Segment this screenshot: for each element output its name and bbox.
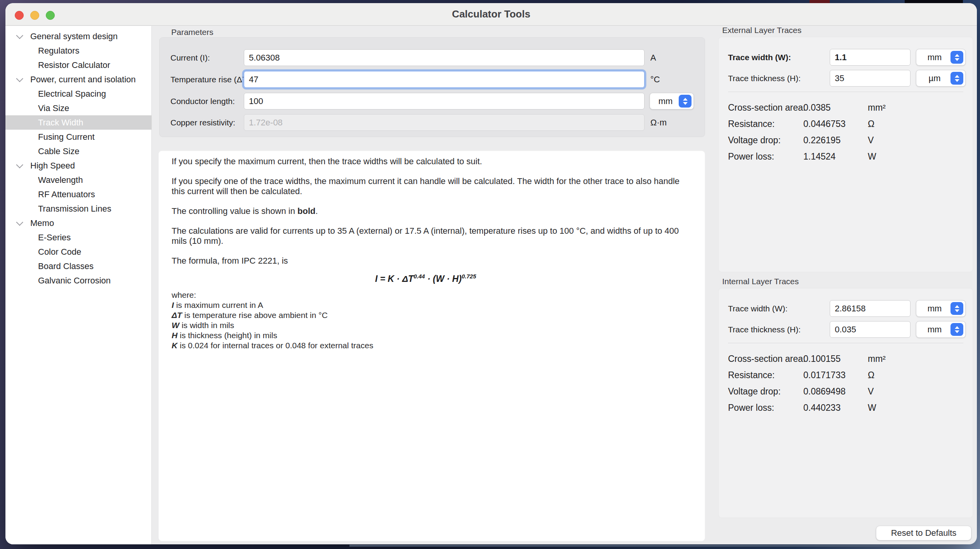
- window-controls: [15, 11, 55, 20]
- sidebar-item-regulators[interactable]: Regulators: [5, 43, 151, 58]
- int-trace-thickness-label: Trace thickness (H):: [728, 321, 801, 338]
- help-paragraph: The calculations are valid for currents …: [172, 226, 688, 246]
- temperature-rise-input[interactable]: [244, 71, 645, 88]
- sidebar-item-label: Wavelength: [38, 175, 83, 185]
- copper-resistivity-input: [244, 114, 645, 131]
- window-title: Calculator Tools: [452, 8, 530, 20]
- conductor-length-label: Conductor length:: [170, 93, 235, 109]
- ext-trace-width-unit-dropdown[interactable]: mm: [916, 49, 966, 66]
- sidebar-item-memo[interactable]: Memo: [5, 216, 151, 230]
- dropdown-stepper-icon: [950, 302, 963, 315]
- ext-trace-width-label: Trace width (W):: [728, 49, 791, 66]
- dropdown-stepper-icon: [950, 323, 963, 336]
- conductor-length-input[interactable]: [244, 93, 645, 109]
- internal-traces-panel: Trace width (W): mm Trace thickness (H):…: [718, 288, 973, 518]
- sidebar-item-wavelength[interactable]: Wavelength: [5, 173, 151, 187]
- ext-trace-width-input[interactable]: [830, 49, 910, 66]
- current-unit: A: [650, 49, 656, 66]
- zoom-window-button[interactable]: [46, 11, 55, 20]
- sidebar-item-power-current-and-isolation[interactable]: Power, current and isolation: [5, 72, 151, 87]
- sidebar-item-label: General system design: [30, 31, 118, 42]
- sidebar-item-label: Cable Size: [38, 146, 79, 156]
- sidebar-item-label: Track Width: [38, 118, 83, 128]
- sidebar-item-label: Electrical Spacing: [38, 89, 106, 99]
- sidebar-item-label: Resistor Calculator: [38, 60, 110, 70]
- parameters-panel: Current (I): A Temperature rise (ΔT): °C…: [159, 37, 705, 137]
- int-trace-width-unit-dropdown[interactable]: mm: [916, 300, 966, 317]
- int-trace-thickness-unit-dropdown[interactable]: mm: [916, 321, 966, 338]
- sidebar-item-cable-size[interactable]: Cable Size: [5, 144, 151, 158]
- desktop-accent: [349, 545, 980, 547]
- temperature-rise-label: Temperature rise (ΔT):: [170, 71, 252, 88]
- parameters-group-label: Parameters: [171, 28, 214, 37]
- sidebar-item-high-speed[interactable]: High Speed: [5, 158, 151, 173]
- sidebar-item-track-width[interactable]: Track Width: [5, 115, 151, 130]
- sidebar-item-via-size[interactable]: Via Size: [5, 101, 151, 115]
- sidebar-item-label: Via Size: [38, 103, 69, 113]
- dropdown-stepper-icon: [679, 95, 692, 108]
- sidebar-item-general-system-design[interactable]: General system design: [5, 29, 151, 43]
- close-window-button[interactable]: [15, 11, 24, 20]
- sidebar-item-label: Fusing Current: [38, 132, 95, 142]
- dropdown-stepper-icon: [950, 72, 963, 85]
- chevron-down-icon[interactable]: [16, 34, 30, 39]
- sidebar-item-label: E-Series: [38, 233, 71, 243]
- help-paragraph: If you specify the maximum current, then…: [172, 156, 688, 167]
- calculator-tree-sidebar: General system designRegulatorsResistor …: [5, 26, 152, 544]
- sidebar-item-transmission-lines[interactable]: Transmission Lines: [5, 202, 151, 216]
- ipc2221-formula: I = K · ΔT0.44 · (W · H)0.725: [375, 271, 688, 284]
- help-text-panel: If you specify the maximum current, then…: [158, 151, 705, 541]
- temperature-rise-unit: °C: [650, 71, 660, 88]
- int-result-row: Power loss:0.440233W: [719, 403, 973, 414]
- ext-trace-thickness-label: Trace thickness (H):: [728, 70, 801, 87]
- sidebar-item-rf-attenuators[interactable]: RF Attenuators: [5, 187, 151, 202]
- sidebar-item-board-classes[interactable]: Board Classes: [5, 259, 151, 273]
- sidebar-item-label: Color Code: [38, 247, 81, 257]
- reset-to-defaults-button[interactable]: Reset to Defaults: [876, 526, 971, 540]
- dropdown-stepper-icon: [950, 51, 963, 64]
- copper-resistivity-unit: Ω·m: [650, 114, 667, 131]
- minimize-window-button[interactable]: [30, 11, 39, 20]
- ext-result-row: Voltage drop:0.226195V: [719, 135, 973, 147]
- sidebar-item-label: Power, current and isolation: [30, 75, 136, 85]
- help-paragraph: The formula, from IPC 2221, is: [172, 256, 688, 266]
- int-trace-width-label: Trace width (W):: [728, 300, 787, 317]
- chevron-down-icon[interactable]: [16, 221, 30, 226]
- chevron-down-icon[interactable]: [16, 77, 30, 82]
- sidebar-item-label: High Speed: [30, 161, 75, 171]
- divider: [728, 92, 963, 92]
- sidebar-item-fusing-current[interactable]: Fusing Current: [5, 130, 151, 144]
- copper-resistivity-label: Copper resistivity:: [170, 114, 235, 131]
- internal-traces-group-label: Internal Layer Traces: [722, 277, 799, 286]
- calculator-tools-window: Calculator Tools General system designRe…: [5, 3, 977, 544]
- int-trace-thickness-input[interactable]: [830, 321, 910, 338]
- current-label: Current (I):: [170, 49, 210, 66]
- sidebar-item-label: Transmission Lines: [38, 204, 111, 214]
- int-result-row: Voltage drop:0.0869498V: [719, 386, 973, 398]
- current-input[interactable]: [244, 49, 645, 66]
- int-result-row: Cross-section area:0.100155mm²: [719, 354, 973, 365]
- sidebar-item-electrical-spacing[interactable]: Electrical Spacing: [5, 87, 151, 101]
- sidebar-item-label: Galvanic Corrosion: [38, 276, 111, 286]
- sidebar-item-label: Memo: [30, 218, 54, 228]
- ext-trace-thickness-input[interactable]: [830, 70, 910, 87]
- ext-result-row: Power loss:1.14524W: [719, 151, 973, 163]
- sidebar-item-label: Board Classes: [38, 261, 94, 271]
- help-paragraph: If you specify one of the trace widths, …: [172, 176, 688, 196]
- sidebar-item-resistor-calculator[interactable]: Resistor Calculator: [5, 58, 151, 72]
- ext-trace-thickness-unit-dropdown[interactable]: µm: [916, 70, 966, 87]
- int-trace-width-input[interactable]: [830, 300, 910, 317]
- sidebar-item-e-series[interactable]: E-Series: [5, 230, 151, 245]
- chevron-down-icon[interactable]: [16, 163, 30, 168]
- sidebar-item-galvanic-corrosion[interactable]: Galvanic Corrosion: [5, 273, 151, 288]
- ext-result-row: Resistance:0.0446753Ω: [719, 119, 973, 130]
- title-bar[interactable]: Calculator Tools: [5, 3, 977, 26]
- sidebar-item-color-code[interactable]: Color Code: [5, 245, 151, 259]
- formula-legend: where: I is maximum current in A ΔT is t…: [172, 290, 688, 351]
- int-result-row: Resistance:0.0171733Ω: [719, 370, 973, 382]
- conductor-length-unit-dropdown[interactable]: mm: [650, 93, 694, 109]
- desktop-background: { "window": { "title": "Calculator Tools…: [0, 0, 980, 549]
- sidebar-list: General system designRegulatorsResistor …: [5, 29, 151, 288]
- sidebar-item-label: Regulators: [38, 46, 79, 56]
- ext-result-row: Cross-section area:0.0385mm²: [719, 103, 973, 114]
